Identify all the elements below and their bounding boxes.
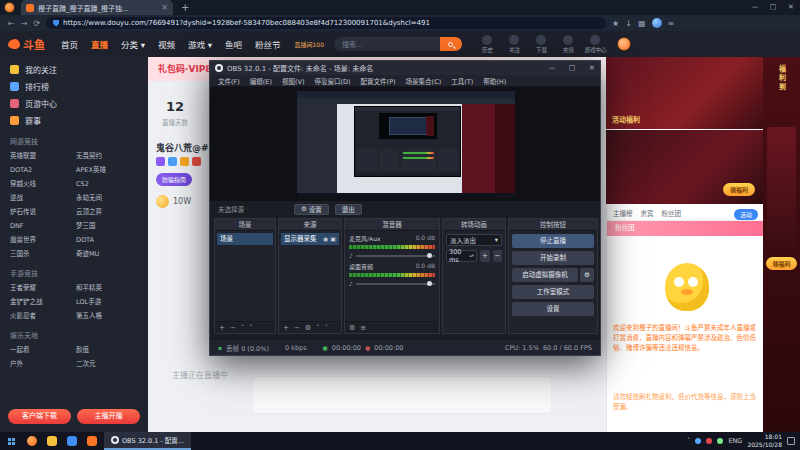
search-box[interactable]: 搜索... — [334, 37, 462, 51]
sidebar-game-link[interactable]: 火影忍者 — [10, 309, 76, 323]
active-tab[interactable]: 橙子直蹲_橙子直蹲_橙子独... × — [21, 0, 173, 15]
skin-claim-button[interactable]: 领福利 — [766, 257, 797, 270]
obs-menu-item[interactable]: 工具(T) — [446, 76, 478, 86]
douyu-logo[interactable]: 斗鱼 — [8, 36, 45, 52]
nav-item[interactable]: 分类 ▾ — [121, 38, 145, 50]
obs-menu-item[interactable]: 配置文件(P) — [356, 76, 401, 86]
sidebar-game-link[interactable]: DOTA — [76, 233, 142, 247]
sidebar-game-link[interactable]: 云顶之弈 — [76, 205, 142, 219]
add-source-icon[interactable]: + — [283, 324, 289, 332]
tray-app-icon[interactable] — [717, 438, 723, 444]
browser-profile-avatar[interactable] — [652, 18, 662, 28]
add-transition-button[interactable]: + — [480, 250, 489, 262]
chat-tab[interactable]: 贵宾 — [641, 208, 654, 218]
user-menu-item[interactable]: 下载 — [528, 35, 555, 54]
sidebar-game-link[interactable]: 颜值 — [76, 343, 142, 357]
sidebar-game-link[interactable]: 奇迹MU — [76, 247, 142, 261]
visibility-eye-icon[interactable]: ◉ — [323, 233, 328, 245]
transition-duration-input[interactable]: 300 ms ▴▾ — [446, 250, 477, 262]
nav-item[interactable]: 游戏 ▾ — [188, 38, 212, 50]
promo-card-2[interactable]: 领福利 — [606, 130, 763, 204]
spinner-arrows-icon[interactable]: ▴▾ — [470, 254, 475, 259]
source-item[interactable]: 显示器采集 ◉ ▣ — [281, 233, 339, 245]
extensions-icon[interactable]: ▦ — [638, 19, 646, 28]
url-input[interactable]: https://www.douyu.com/7669491?dyshid=192… — [46, 17, 606, 29]
exit-button[interactable]: 退出 — [335, 204, 362, 215]
sidebar-game-link[interactable]: 三国杀 — [10, 247, 76, 261]
sidebar-quick-item[interactable]: 排行榜 — [0, 78, 148, 95]
scenes-dock-title[interactable]: 场景 — [215, 219, 275, 231]
sidebar-game-link[interactable]: DOTA2 — [10, 163, 76, 177]
nav-item[interactable]: 鱼吧 — [225, 38, 242, 50]
promo-card-1[interactable]: 活动福利 — [606, 57, 763, 129]
sidebar-game-link[interactable]: 无畏契约 — [76, 149, 142, 163]
forward-icon[interactable]: → — [21, 19, 28, 28]
user-menu-item[interactable]: 充值 — [555, 35, 582, 54]
new-tab-button[interactable]: + — [181, 2, 189, 13]
obs-titlebar[interactable]: OBS 32.0.1 - 配置文件: 未命名 - 场景: 未命名 — □ ✕ — [210, 61, 600, 75]
scene-item[interactable]: 场景 — [217, 233, 273, 245]
tray-app-icon[interactable] — [706, 438, 712, 444]
obs-menu-item[interactable]: 场景集合(C) — [401, 76, 447, 86]
user-menu-item[interactable]: 历史 — [474, 35, 501, 54]
sidebar-game-link[interactable]: APEX英雄 — [76, 163, 142, 177]
slider-thumb[interactable] — [427, 281, 432, 286]
browser-logo-icon[interactable] — [4, 2, 15, 13]
taskbar-clock[interactable]: 18:01 2025/10/28 — [747, 433, 782, 449]
sidebar-game-link[interactable]: 和平精英 — [76, 281, 142, 295]
user-menu-item[interactable]: 关注 — [501, 35, 528, 54]
taskbar-chat-icon[interactable] — [62, 432, 82, 450]
taskbar-obs-task[interactable]: OBS 32.0.1 - 配置... — [104, 432, 191, 450]
notification-center-icon[interactable] — [787, 437, 795, 445]
nav-item[interactable]: 视频 — [158, 38, 175, 50]
sidebar-game-link[interactable]: 一起看 — [10, 343, 76, 357]
volume-slider[interactable] — [356, 283, 435, 285]
chat-tab[interactable]: 主播榜 — [613, 208, 633, 218]
tray-app-icon[interactable] — [695, 438, 701, 444]
browser-minimize-button[interactable]: — — [746, 0, 764, 15]
refresh-icon[interactable]: ⟳ — [33, 19, 40, 28]
sidebar-game-link[interactable]: 炉石传说 — [10, 205, 76, 219]
obs-menu-item[interactable]: 文件(F) — [213, 76, 245, 86]
speaker-icon[interactable]: ♪ — [349, 280, 353, 287]
sidebar-game-link[interactable]: LOL手游 — [76, 295, 142, 309]
sidebar-game-link[interactable]: 永劫无间 — [76, 191, 142, 205]
obs-menu-item[interactable]: 编辑(E) — [245, 76, 277, 86]
obs-menu-item[interactable]: 停靠窗口(D) — [310, 76, 356, 86]
start-button[interactable] — [0, 432, 22, 450]
start-recording-button[interactable]: 开始录制 — [512, 251, 594, 265]
tab-close-icon[interactable]: × — [161, 3, 168, 12]
source-up-icon[interactable]: ˄ — [316, 324, 320, 332]
virtual-camera-button[interactable]: 启动虚拟摄像机 — [512, 268, 578, 282]
transition-select[interactable]: 淡入淡出 ▾ — [446, 234, 502, 246]
obs-minimize-button[interactable]: — — [544, 61, 560, 75]
virtual-camera-settings-button[interactable]: ⚙ — [580, 268, 594, 282]
mixer-menu-icon[interactable]: ≡ — [360, 324, 366, 332]
nav-item[interactable]: 首页 — [61, 38, 78, 50]
mixer-gear-icon[interactable]: ⚙ — [349, 324, 355, 332]
transitions-dock-title[interactable]: 转场动画 — [443, 219, 505, 231]
sidebar-game-link[interactable]: CS2 — [76, 177, 142, 191]
sources-dock-title[interactable]: 来源 — [279, 219, 341, 231]
sidebar-game-link[interactable]: 英雄联盟 — [10, 149, 76, 163]
stop-streaming-button[interactable]: 停止直播 — [512, 234, 594, 248]
sidebar-section-title[interactable]: 手游竞技 — [0, 261, 148, 281]
sidebar-quick-item[interactable]: 赛事 — [0, 112, 148, 129]
sidebar-section-title[interactable]: 娱乐天地 — [0, 323, 148, 343]
obs-menu-item[interactable]: 视图(V) — [277, 76, 310, 86]
add-scene-icon[interactable]: + — [219, 324, 225, 332]
chat-tab[interactable]: 粉丝团 — [662, 208, 682, 218]
mixer-dock-title[interactable]: 混音器 — [345, 219, 439, 231]
remove-scene-icon[interactable]: − — [230, 324, 236, 332]
obs-preview-area[interactable] — [210, 87, 600, 201]
favorite-star-icon[interactable]: ★ — [612, 19, 619, 28]
sidebar-game-link[interactable]: 逆战 — [10, 191, 76, 205]
obs-menu-item[interactable]: 帮助(H) — [478, 76, 511, 86]
scene-down-icon[interactable]: ˅ — [249, 324, 253, 332]
browser-menu-icon[interactable]: ≡ — [668, 19, 675, 28]
sidebar-game-link[interactable]: 金铲铲之战 — [10, 295, 76, 309]
user-avatar[interactable] — [617, 37, 631, 51]
scene-up-icon[interactable]: ˄ — [241, 324, 245, 332]
sidebar-section-title[interactable]: 网游竞技 — [0, 129, 148, 149]
fan-club-banner[interactable]: 粉丝团 — [607, 221, 763, 236]
